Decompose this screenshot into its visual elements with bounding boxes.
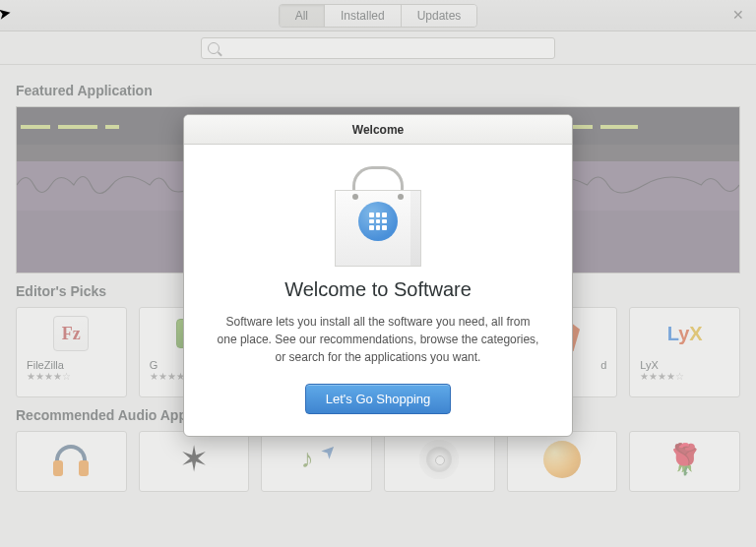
welcome-dialog: Welcome Welcome to Software Software let… xyxy=(183,114,573,437)
modal-overlay: Welcome Welcome to Software Software let… xyxy=(0,0,756,547)
dialog-heading: Welcome to Software xyxy=(284,278,472,301)
lets-go-shopping-button[interactable]: Let's Go Shopping xyxy=(305,384,452,414)
dialog-title: Welcome xyxy=(184,115,572,145)
dialog-body-text: Software lets you install all the softwa… xyxy=(216,313,540,366)
shopping-bag-icon xyxy=(329,164,427,267)
